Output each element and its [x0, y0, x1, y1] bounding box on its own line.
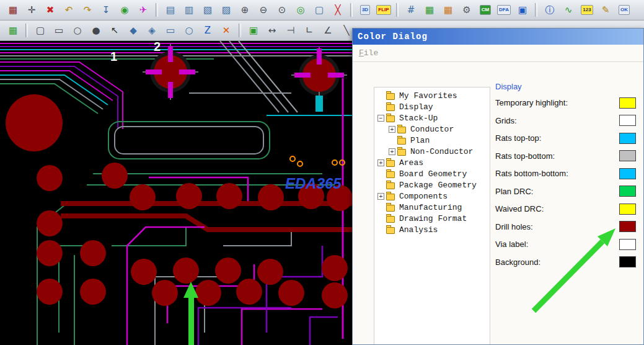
layer-grid-alt-icon[interactable]: ▦ [440, 2, 456, 17]
measure-icon[interactable]: ↔ [264, 23, 280, 38]
tree-item-package-geometry[interactable]: Package Geometry [376, 179, 490, 190]
pad-tool-icon[interactable]: ● [88, 23, 104, 38]
color-grid-icon[interactable]: ▦ [5, 2, 21, 17]
gear-icon[interactable]: ⚙ [459, 2, 475, 17]
board-icon[interactable]: ▦ [5, 23, 21, 38]
dimension-corner-icon[interactable]: ∟ [301, 23, 317, 38]
window-view-4-icon[interactable]: ▨ [218, 2, 234, 17]
window-view-2-icon[interactable]: ▥ [181, 2, 197, 17]
slot-tool-icon[interactable]: ▢ [32, 23, 48, 38]
application-window: ▦✛✖↶↷↧◉✈▤▥▧▨⊕⊖⊙◎▢╳3DFLIP#▦▦⚙CMDFA▣ⓘ∿123✎… [0, 0, 644, 345]
large-pad [6, 94, 63, 151]
chip-icon[interactable]: ▣ [514, 2, 531, 17]
expand-box[interactable]: + [389, 148, 395, 155]
delete-segment-icon[interactable]: ✕ [218, 23, 234, 38]
color-swatch-rats-bottom-bottom[interactable] [619, 168, 636, 179]
tree-item-label: Conductor [409, 125, 455, 134]
tree-item-analysis[interactable]: Analysis [376, 224, 490, 235]
tree-item-manufacturing[interactable]: Manufacturing [376, 202, 490, 213]
layer-grid-icon[interactable]: ▦ [421, 2, 438, 17]
color-swatch-via-label[interactable] [619, 239, 636, 250]
tree-item-display[interactable]: Display [376, 101, 490, 112]
circle-tool-icon[interactable]: ○ [69, 23, 86, 38]
chip-icon-glyph: ▣ [518, 6, 527, 15]
color-swatch-rats-top-bottom[interactable] [619, 150, 636, 161]
swap-layers-icon[interactable]: ╳ [330, 2, 346, 17]
color-swatch-grids[interactable] [619, 115, 636, 126]
expand-box[interactable]: + [377, 159, 384, 166]
color-swatch-temporary-highlight[interactable] [619, 97, 636, 109]
tree-item-components[interactable]: +Components [376, 190, 490, 202]
redraw-icon[interactable]: ▢ [311, 2, 327, 17]
color-swatch-waived-drc[interactable] [619, 204, 636, 215]
angle-icon[interactable]: ∠ [320, 23, 336, 38]
ok-check-icon[interactable]: OK [616, 2, 632, 17]
display-color-list: Temporary highlight:Grids:Rats top-top:R… [495, 97, 640, 267]
shape-polygon-tool-icon[interactable]: ◆ [125, 23, 141, 38]
zoom-point-icon[interactable]: ⊙ [274, 2, 290, 17]
world-view-icon-glyph: ◉ [120, 6, 128, 15]
collapse-box[interactable]: − [377, 115, 384, 122]
numbers-icon[interactable]: 123 [579, 2, 595, 17]
tree-item-non-conductor[interactable]: +Non-Conductor [376, 146, 490, 157]
tree-item-label: Display [398, 102, 434, 112]
tree-item-stack-up[interactable]: −Stack-Up [376, 112, 490, 123]
pick-tool-icon[interactable]: ↖ [107, 23, 123, 38]
display-label: Plan DRC: [495, 187, 533, 196]
zoom-point-icon-glyph: ⊙ [278, 6, 286, 15]
tree-item-plan[interactable]: Plan [376, 135, 490, 146]
tree-item-conductor[interactable]: +Conductor [376, 123, 490, 135]
shape-circle-tool-icon[interactable]: ○ [181, 23, 197, 38]
export-icon[interactable]: ↧ [98, 2, 114, 17]
grid-toggle-icon[interactable]: # [403, 2, 419, 17]
shape-rect-tool-icon[interactable]: ▭ [162, 23, 179, 38]
shape-cut-tool-icon[interactable]: ◈ [144, 23, 160, 38]
tree-item-label: Board Geometry [398, 169, 468, 179]
redo-icon[interactable]: ↷ [79, 2, 95, 17]
delete-icon[interactable]: ✖ [42, 2, 58, 17]
3d-view-icon[interactable]: 3D [357, 2, 373, 17]
redo-icon-glyph: ↷ [84, 6, 92, 15]
color-swatch-drill-holes[interactable] [619, 221, 636, 232]
info-icon[interactable]: ⓘ [542, 2, 558, 17]
zoom-in-icon[interactable]: ⊕ [237, 2, 253, 17]
rect-tool-icon[interactable]: ▭ [51, 23, 67, 38]
window-view-2-icon-glyph: ▥ [185, 6, 193, 15]
tree-item-areas[interactable]: +Areas [376, 157, 490, 168]
color-dialog: Color Dialog File My FavoritesDisplay−St… [352, 28, 644, 345]
expand-box[interactable]: + [389, 126, 395, 133]
tree-item-drawing-format[interactable]: Drawing Format [376, 213, 490, 224]
display-row-background: Background: [495, 257, 640, 267]
tree-item-board-geometry[interactable]: Board Geometry [376, 168, 490, 179]
fly-line-icon[interactable]: ✈ [135, 2, 151, 17]
world-view-icon[interactable]: ◉ [117, 2, 133, 17]
z-route-icon[interactable]: Z [200, 23, 216, 38]
menu-file[interactable]: File [359, 48, 378, 58]
color-swatch-rats-top-top[interactable] [619, 133, 636, 144]
color-swatch-background[interactable] [619, 256, 636, 267]
pcb-canvas[interactable]: 1 2 EDA365 [0, 41, 352, 345]
pan-icon[interactable]: ✛ [24, 2, 40, 17]
dfa-check-icon[interactable]: DFA [496, 2, 512, 17]
info-icon-glyph: ⓘ [545, 6, 555, 15]
display-label: Rats top-top: [495, 133, 541, 143]
zoom-world-icon[interactable]: ◎ [293, 2, 309, 17]
expand-box[interactable]: + [377, 193, 384, 200]
dimension-icon[interactable]: ⊣ [283, 23, 299, 38]
dialog-titlebar[interactable]: Color Dialog [353, 29, 643, 45]
waveform-icon[interactable]: ∿ [560, 2, 576, 17]
flip-board-icon[interactable]: FLIP [376, 2, 392, 17]
slot-tool-icon-glyph: ▢ [36, 26, 45, 35]
edit-pencil-icon[interactable]: ✎ [598, 2, 614, 17]
color-swatch-plan-drc[interactable] [619, 186, 636, 197]
module-icon[interactable]: ▣ [245, 23, 262, 38]
tree-item-label: Package Geometry [398, 181, 478, 190]
constraint-manager-icon[interactable]: CM [477, 2, 493, 17]
window-view-3-icon[interactable]: ▧ [200, 2, 216, 17]
delete-segment-icon-glyph: ✕ [223, 26, 231, 35]
undo-icon[interactable]: ↶ [61, 2, 77, 17]
zoom-out-icon[interactable]: ⊖ [255, 2, 271, 17]
tree-item-my-favorites[interactable]: My Favorites [376, 90, 490, 101]
window-view-1-icon[interactable]: ▤ [162, 2, 179, 17]
silkscreen-label-1: 1 [110, 50, 117, 63]
